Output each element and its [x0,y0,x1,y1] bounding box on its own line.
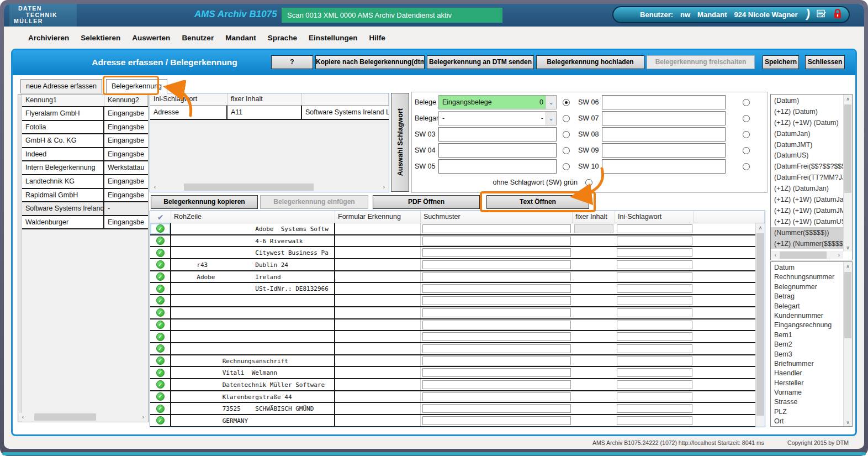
chevron-down-icon[interactable]: ⌄ [546,112,556,125]
radio-button[interactable] [563,131,570,138]
radio-button[interactable] [563,147,570,154]
list-item[interactable]: (+1Z) (Nummer($$$$$) [771,238,843,249]
horizontal-scrollbar[interactable]: ‹ › [151,183,388,191]
menu-item[interactable]: Einstellungen [309,34,358,42]
scroll-left-icon[interactable]: ‹ [19,414,27,420]
table-row[interactable]: ✓ Datentechnik Müller Software [150,379,755,391]
kopiere-nach-belegerkennung-button[interactable]: Kopiere nach Belegerkennung(dtm [315,55,425,69]
table-row[interactable]: Waldenburger Eingangsbe [22,216,148,230]
belegerkennung-hochladen-button[interactable]: Belegerkennung hochladen [536,55,644,69]
fixer-inhalt-cell[interactable] [573,391,615,402]
list-item[interactable]: Briefnummer [771,359,843,368]
table-row[interactable]: ✓ r43 Dublin 24 [150,259,755,271]
fixer-inhalt-cell[interactable] [573,355,615,366]
table-row[interactable]: ✓ [150,295,755,307]
scrollbar-thumb[interactable] [844,272,851,338]
tab-neue-adresse-erfassen[interactable]: neue Adresse erfassen [20,79,102,93]
scroll-down-icon[interactable]: ∨ [844,418,852,426]
radio-button[interactable] [743,147,750,154]
suchmuster-cell[interactable] [421,391,573,402]
list-item[interactable]: (+1Z) (+1W) (DatumJM [771,205,843,216]
ini-schlagwort-cell[interactable] [615,379,694,390]
ini-schlagwort-cell[interactable] [615,295,694,306]
fixer-inhalt-cell[interactable] [573,295,615,306]
ini-schlagwort-cell[interactable] [615,223,694,234]
suchmuster-cell[interactable] [421,343,573,354]
menu-item[interactable]: Hilfe [369,34,385,42]
table-row[interactable]: Fotolia Eingangsbe [22,121,148,135]
scrollbar-thumb[interactable] [780,251,827,259]
list-item[interactable]: (DatumFrei(TT?MM?JJJ. [771,172,843,183]
ini-schlagwort-cell[interactable] [615,391,694,402]
list-item[interactable]: Datum [771,263,843,272]
scrollbar-thumb[interactable] [184,184,314,191]
radio-button[interactable] [563,99,570,106]
list-item[interactable]: Ort [771,416,843,426]
table-row[interactable]: Intern Belegerkennung Werkstattau [22,161,148,175]
fixer-inhalt-cell[interactable] [573,247,615,258]
table-row[interactable]: ✓ 73525 SCHWÄBISCH GMÜND [150,403,755,415]
suchmuster-cell[interactable] [421,367,573,378]
scroll-down-icon[interactable]: ∨ [844,243,852,251]
column-header-suchmuster[interactable]: Suchmuster [421,211,573,223]
fixer-inhalt-cell[interactable] [573,415,615,426]
column-header-formular-erkennung[interactable]: Formular Erkennung [335,211,421,223]
field-input[interactable] [602,143,726,158]
radio-button[interactable] [743,99,750,106]
suchmuster-cell[interactable] [421,307,573,318]
fixer-inhalt-cell[interactable] [573,403,615,414]
table-row[interactable]: ✓ Adobe Ireland [150,271,755,284]
list-item[interactable]: (DatumUS) [771,150,843,161]
table-row[interactable]: Indeed Eingangsbe [22,148,148,162]
fixer-inhalt-cell[interactable] [573,319,615,331]
ini-schlagwort-cell[interactable] [615,403,694,414]
table-row[interactable]: ✓ [150,307,755,319]
list-item[interactable]: (+1Z) (+1W) (DatumUS [771,216,843,227]
menu-item[interactable]: Sprache [268,34,297,42]
list-item[interactable]: Bem3 [771,349,843,359]
list-item[interactable]: (+1Z) (DatumJan) [771,183,843,194]
column-header-fixer-inhalt[interactable]: fixer Inhalt [573,211,615,223]
table-row[interactable]: ✓ Vitali Welmann [150,367,755,379]
table-row[interactable]: GmbH & Co. KG Eingangsbe [22,134,148,148]
suchmuster-cell[interactable] [421,223,573,234]
scroll-left-icon[interactable]: ‹ [151,184,159,190]
scroll-left-icon[interactable]: ‹ [771,252,780,258]
table-row[interactable]: Landtechnik KG Eingangsbe [22,175,148,189]
fixer-inhalt-cell[interactable] [573,379,615,390]
column-header-kennung2[interactable]: Kennung2 [104,95,148,106]
list-item[interactable]: Strasse [771,397,843,406]
list-item[interactable]: PLZ [771,407,843,416]
vertical-scrollbar[interactable]: ∧ ∨ [843,95,852,251]
chevron-down-icon[interactable]: ⌄ [546,96,556,109]
radio-button[interactable] [743,131,750,138]
belegerkennung-an-dtm-senden-button[interactable]: Belegerkennung an DTM senden [427,55,534,69]
vertical-scrollbar[interactable]: ∧ ∨ [843,262,852,426]
table-row[interactable]: ✓ GERMANY [150,415,755,427]
ini-schlagwort-cell[interactable] [615,259,694,270]
ini-schlagwort-cell[interactable] [615,319,694,331]
suchmuster-cell[interactable] [421,235,573,247]
scrollbar-thumb[interactable] [844,104,851,193]
field-input[interactable]: ⌄ [438,143,557,158]
table-row[interactable]: Rapidmail GmbH Eingangsbe [22,189,148,203]
field-input[interactable] [602,127,726,141]
fixer-inhalt-cell[interactable] [573,259,615,270]
field-input[interactable] [602,95,726,109]
menu-item[interactable]: Benutzer [182,34,214,42]
list-item[interactable]: (Nummer($$$$$)) [771,227,843,238]
belegerkennung-einfuegen-button[interactable]: Belegerkennung einfügen [260,195,368,209]
phone-icon[interactable]: ) [805,6,811,21]
speichern-button[interactable]: Speichern [763,55,799,69]
column-header-kennung1[interactable]: Kennung1 [22,95,104,106]
radio-button[interactable] [743,115,750,122]
fixer-inhalt-cell[interactable] [573,343,615,354]
field-input[interactable] [602,111,726,125]
list-item[interactable]: Eingangsrechnung [771,320,843,329]
menu-item[interactable]: Selektieren [81,34,120,42]
scrollbar-thumb[interactable] [756,233,764,416]
radio-button[interactable] [743,163,750,170]
list-item[interactable]: Belegnummer [771,282,843,291]
field-input[interactable]: ⌄ [438,159,557,174]
lock-icon[interactable] [833,9,842,20]
